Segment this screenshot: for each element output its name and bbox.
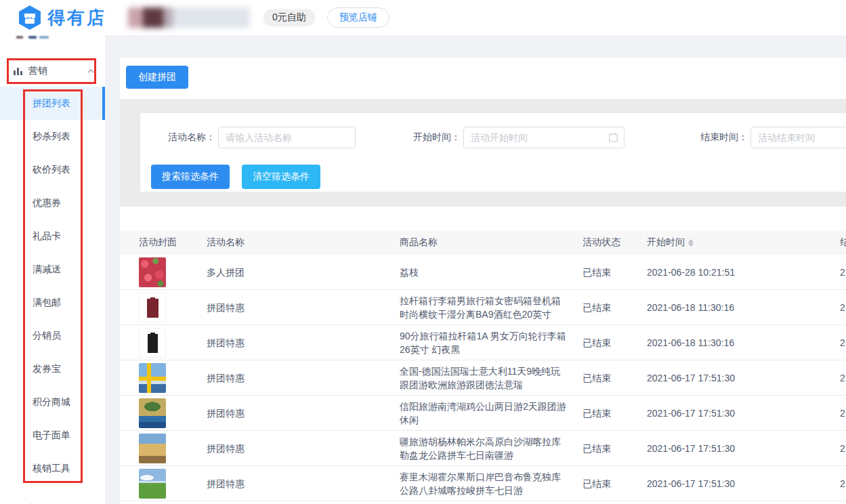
sidebar-item-full-free-shipping[interactable]: 满包邮 <box>0 286 105 319</box>
product-name-cell: 90分旅行箱拉杆箱1A 男女万向轮行李箱 26英寸 幻夜黑 <box>400 329 583 356</box>
activity-cover-image <box>139 469 166 499</box>
sidebar-item-pintuan-list[interactable]: 拼团列表 <box>0 87 105 120</box>
product-name-cell: 荔枝 <box>400 266 583 279</box>
product-name-cell: 全国-德国法国瑞士意大利11天9晚纯玩跟团游欧洲旅游跟团德法意瑞 <box>400 364 583 392</box>
header-product-name: 商品名称 <box>400 236 583 249</box>
activity-name-cell: 拼团特惠 <box>207 301 400 314</box>
start-time-cell: 2021-06-17 17:51:30 <box>647 477 840 490</box>
status-cell: 已结束 <box>583 266 647 279</box>
table-body: 多人拼团 荔枝 已结束 2021-06-28 10:21:51 2 拼团特惠 拉… <box>120 255 846 504</box>
product-name-cell: 赛里木湖霍尔果斯口岸巴音布鲁克独库公路八卦城喀拉峻拼车七日游 <box>400 470 583 497</box>
activity-table: 活动封面 活动名称 商品名称 活动状态 开始时间 结束时间 多人拼团 荔枝 已结… <box>120 230 846 504</box>
status-cell: 已结束 <box>583 301 647 314</box>
end-time-cell: 2 <box>840 266 846 279</box>
status-cell: 已结束 <box>583 477 647 490</box>
start-time-cell: 2021-06-17 17:51:30 <box>647 371 840 385</box>
end-time-cell: 2 <box>840 371 846 385</box>
activity-cover-image <box>139 328 166 358</box>
end-time-cell: 2 <box>840 336 846 350</box>
sidebar-item-e-waybill[interactable]: 电子面单 <box>0 419 105 452</box>
activity-cover-image <box>139 257 166 287</box>
marketing-label: 营销 <box>28 65 87 77</box>
end-time-cell: 2 <box>840 477 846 490</box>
sidebar-item-bargain-list[interactable]: 砍价列表 <box>0 153 105 186</box>
table-row: 多人拼团 荔枝 已结束 2021-06-28 10:21:51 2 <box>120 255 846 290</box>
activity-name-cell: 多人拼团 <box>207 266 400 279</box>
table-row: 拼团特惠 疆旅游胡杨林帕米尔高原白沙湖喀拉库勒盘龙公路拼车七日南疆游 已结束 2… <box>120 431 846 466</box>
table-header-row: 活动封面 活动名称 商品名称 活动状态 开始时间 结束时间 <box>120 230 846 255</box>
activity-name-input[interactable] <box>218 127 356 148</box>
product-name-cell: 疆旅游胡杨林帕米尔高原白沙湖喀拉库勒盘龙公路拼车七日南疆游 <box>400 435 583 462</box>
clear-filter-button[interactable]: 清空筛选条件 <box>242 165 320 189</box>
preview-shop-button[interactable]: 预览店铺 <box>327 7 389 28</box>
main-content: 创建拼团 活动名称： 开始时间： 结束时间： 搜索筛选条件 <box>120 58 846 504</box>
end-time-cell: 2 <box>840 442 846 455</box>
blurred-shop-name <box>128 7 250 28</box>
search-filter-button[interactable]: 搜索筛选条件 <box>151 165 230 189</box>
top-header: 得有店 0元自助 预览店铺 <box>0 0 846 35</box>
marketing-submenu: 拼团列表秒杀列表砍价列表优惠券礼品卡满减送满包邮分销员发券宝积分商城电子面单核销… <box>0 87 105 485</box>
activity-cover-image <box>139 363 166 393</box>
start-time-cell: 2021-06-28 10:21:51 <box>647 266 840 279</box>
activity-name-cell: 拼团特惠 <box>207 442 400 455</box>
filter-panel: 活动名称： 开始时间： 结束时间： 搜索筛选条件 清空筛选条件 <box>120 99 846 207</box>
app-logo: 得有店 <box>18 5 106 30</box>
sidebar-item-partial <box>16 36 64 39</box>
activity-cover-image <box>139 434 166 463</box>
chevron-up-icon <box>87 68 94 74</box>
sidebar-group-marketing[interactable]: 营销 <box>0 58 105 84</box>
header-end-time: 结束时间 <box>840 236 846 249</box>
storefront-logo-icon <box>18 5 42 30</box>
status-cell: 已结束 <box>583 371 647 385</box>
table-row: 拼团特惠 信阳旅游南湾湖鸡公山两日游2天跟团游休闲 已结束 2021-06-17… <box>120 396 846 431</box>
activity-name-label: 活动名称： <box>168 131 215 144</box>
product-name-cell: 信阳旅游南湾湖鸡公山两日游2天跟团游休闲 <box>400 400 583 427</box>
table-row: 拼团特惠 拉杆箱行李箱男旅行箱女密码箱登机箱时尚横纹干湿分离BA9酒红色20英寸… <box>120 290 846 325</box>
header-status: 活动状态 <box>583 236 647 249</box>
start-time-input[interactable] <box>463 127 625 148</box>
header-activity-name: 活动名称 <box>207 236 400 249</box>
table-row: 拼团特惠 90分旅行箱拉杆箱1A 男女万向轮行李箱 26英寸 幻夜黑 已结束 2… <box>120 325 846 360</box>
status-cell: 已结束 <box>583 406 647 420</box>
sidebar-item-coupon[interactable]: 优惠券 <box>0 186 105 219</box>
activity-name-cell: 拼团特惠 <box>207 371 400 385</box>
header-start-time[interactable]: 开始时间 <box>647 236 840 249</box>
activity-name-cell: 拼团特惠 <box>207 406 400 420</box>
activity-cover-image <box>139 398 166 428</box>
sidebar-item-full-reduction[interactable]: 满减送 <box>0 253 105 286</box>
table-row: 拼团特惠 赛里木湖霍尔果斯口岸巴音布鲁克独库公路八卦城喀拉峻拼车七日游 已结束 … <box>120 466 846 501</box>
activity-name-cell: 拼团特惠 <box>207 477 400 490</box>
zero-yuan-badge: 0元自助 <box>263 9 315 26</box>
end-time-cell: 2 <box>840 406 846 420</box>
end-time-cell: 2 <box>840 301 846 314</box>
sidebar: 营销 拼团列表秒杀列表砍价列表优惠券礼品卡满减送满包邮分销员发券宝积分商城电子面… <box>0 35 105 504</box>
sidebar-item-distributor[interactable]: 分销员 <box>0 319 105 352</box>
product-name-cell: 拉杆箱行李箱男旅行箱女密码箱登机箱时尚横纹干湿分离BA9酒红色20英寸 <box>400 294 583 321</box>
table-row <box>120 501 846 504</box>
sort-icon[interactable] <box>688 239 694 247</box>
start-time-cell: 2021-06-18 11:30:16 <box>647 301 840 314</box>
start-time-label: 开始时间： <box>413 131 461 144</box>
calendar-icon <box>609 133 618 142</box>
start-time-cell: 2021-06-17 17:51:30 <box>647 406 840 420</box>
end-time-input[interactable] <box>750 127 846 148</box>
create-groupbuy-button[interactable]: 创建拼团 <box>126 66 188 89</box>
app-name: 得有店 <box>47 6 106 30</box>
activity-name-cell: 拼团特惠 <box>207 336 400 350</box>
header-cover: 活动封面 <box>139 236 207 249</box>
sidebar-item-seckill-list[interactable]: 秒杀列表 <box>0 120 105 153</box>
start-time-cell: 2021-06-17 17:51:30 <box>647 442 840 455</box>
end-time-label: 结束时间： <box>700 131 748 144</box>
start-time-cell: 2021-06-18 11:30:16 <box>647 336 840 350</box>
bar-chart-icon <box>14 67 22 75</box>
sidebar-group-channel[interactable]: 渠道 <box>0 492 105 504</box>
activity-cover-image <box>139 293 166 322</box>
sidebar-item-verification-tools[interactable]: 核销工具 <box>0 452 105 485</box>
table-row: 拼团特惠 全国-德国法国瑞士意大利11天9晚纯玩跟团游欧洲旅游跟团德法意瑞 已结… <box>120 360 846 396</box>
status-cell: 已结束 <box>583 442 647 455</box>
sidebar-item-gift-card[interactable]: 礼品卡 <box>0 219 105 253</box>
sidebar-item-points-mall[interactable]: 积分商城 <box>0 385 105 419</box>
sidebar-item-coupon-bao[interactable]: 发券宝 <box>0 352 105 385</box>
status-cell: 已结束 <box>583 336 647 350</box>
filter-card: 活动名称： 开始时间： 结束时间： 搜索筛选条件 清空筛选条件 <box>140 113 846 192</box>
